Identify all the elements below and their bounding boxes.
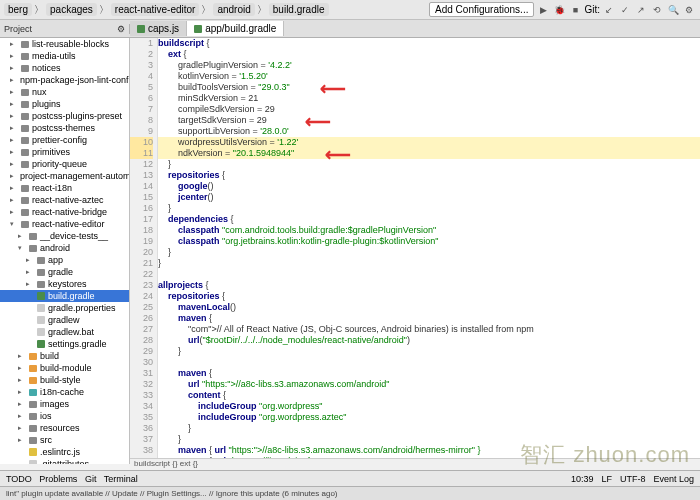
folder-icon bbox=[29, 245, 37, 252]
tree-item[interactable]: ▸src bbox=[0, 434, 129, 446]
stop-icon[interactable]: ■ bbox=[568, 3, 582, 17]
tree-item[interactable]: gradlew.bat bbox=[0, 326, 129, 338]
tree-label: src bbox=[40, 435, 52, 445]
status-bar: TODO Problems Git Terminal 10:39 LF UTF-… bbox=[0, 470, 700, 486]
crumb[interactable]: build.gradle bbox=[269, 3, 329, 16]
tree-item[interactable]: ▾react-native-editor bbox=[0, 218, 129, 230]
tree-item[interactable]: ▸postcss-themes bbox=[0, 122, 129, 134]
crumb[interactable]: packages bbox=[46, 3, 97, 16]
tree-item[interactable]: ▸i18n-cache bbox=[0, 386, 129, 398]
status-right: 10:39 LF UTF-8 Event Log bbox=[571, 474, 694, 484]
problems-tab[interactable]: Problems bbox=[39, 474, 77, 484]
tree-label: prettier-config bbox=[32, 135, 87, 145]
terminal-tab[interactable]: Terminal bbox=[104, 474, 138, 484]
folder-icon bbox=[21, 161, 29, 168]
tree-item[interactable]: ▸react-i18n bbox=[0, 182, 129, 194]
folder-icon bbox=[21, 89, 29, 96]
tree-item[interactable]: ▸gradle bbox=[0, 266, 129, 278]
todo-tab[interactable]: TODO bbox=[6, 474, 32, 484]
tree-label: gradlew.bat bbox=[48, 327, 94, 337]
tree-label: list-reusable-blocks bbox=[32, 39, 109, 49]
add-config-button[interactable]: Add Configurations... bbox=[429, 2, 534, 17]
file-icon bbox=[37, 304, 45, 312]
folder-icon bbox=[21, 137, 29, 144]
tree-label: app bbox=[48, 255, 63, 265]
tree-item[interactable]: build.gradle bbox=[0, 290, 129, 302]
tree-item[interactable]: ▸nux bbox=[0, 86, 129, 98]
tree-item[interactable]: ▸project-management-automat bbox=[0, 170, 129, 182]
tree-item[interactable]: settings.gradle bbox=[0, 338, 129, 350]
vcs-commit-icon[interactable]: ✓ bbox=[618, 3, 632, 17]
tree-item[interactable]: gradle.properties bbox=[0, 302, 129, 314]
tree-label: npm-package-json-lint-config bbox=[20, 75, 130, 85]
folder-icon bbox=[29, 233, 37, 240]
folder-icon bbox=[29, 401, 37, 408]
folder-icon bbox=[21, 125, 29, 132]
settings-icon[interactable]: ⚙ bbox=[682, 3, 696, 17]
tree-item[interactable]: ▸build-style bbox=[0, 374, 129, 386]
notification-bar[interactable]: lint" plugin update available // Update … bbox=[0, 486, 700, 500]
folder-icon bbox=[21, 197, 29, 204]
tree-label: images bbox=[40, 399, 69, 409]
breadcrumb: berg〉 packages〉 react-native-editor〉 and… bbox=[4, 3, 429, 17]
code-editor[interactable]: 1234567891011121314151617181920212223242… bbox=[130, 38, 700, 464]
tree-item[interactable]: ▸prettier-config bbox=[0, 134, 129, 146]
tree-item[interactable]: ▸react-native-aztec bbox=[0, 194, 129, 206]
tree-item[interactable]: ▸list-reusable-blocks bbox=[0, 38, 129, 50]
tree-label: media-utils bbox=[32, 51, 76, 61]
tree-label: android bbox=[40, 243, 70, 253]
tree-item[interactable]: .eslintrc.js bbox=[0, 446, 129, 458]
run-icon[interactable]: ▶ bbox=[536, 3, 550, 17]
project-label: Project bbox=[4, 24, 32, 34]
tree-item[interactable]: ▸plugins bbox=[0, 98, 129, 110]
git-tab[interactable]: Git bbox=[85, 474, 97, 484]
tool-tabs: TODO Problems Git Terminal bbox=[6, 474, 138, 484]
tree-item[interactable]: ▸keystores bbox=[0, 278, 129, 290]
event-log[interactable]: Event Log bbox=[653, 474, 694, 484]
tree-item[interactable]: ▸build bbox=[0, 350, 129, 362]
vcs-history-icon[interactable]: ⟲ bbox=[650, 3, 664, 17]
folder-icon bbox=[29, 437, 37, 444]
folder-icon bbox=[29, 365, 37, 372]
file-icon bbox=[37, 340, 45, 348]
tree-item[interactable]: ▸postcss-plugins-preset bbox=[0, 110, 129, 122]
tree-item[interactable]: ▸notices bbox=[0, 62, 129, 74]
file-encoding[interactable]: UTF-8 bbox=[620, 474, 646, 484]
vcs-push-icon[interactable]: ↗ bbox=[634, 3, 648, 17]
line-sep[interactable]: LF bbox=[601, 474, 612, 484]
vcs-update-icon[interactable]: ↙ bbox=[602, 3, 616, 17]
tree-item[interactable]: gradlew bbox=[0, 314, 129, 326]
tree-item[interactable]: .gitattributes bbox=[0, 458, 129, 464]
tree-item[interactable]: ▸images bbox=[0, 398, 129, 410]
project-tree[interactable]: ▸list-reusable-blocks▸media-utils▸notice… bbox=[0, 38, 130, 464]
tree-item[interactable]: ▸priority-queue bbox=[0, 158, 129, 170]
crumb[interactable]: react-native-editor bbox=[111, 3, 200, 16]
tree-item[interactable]: ▸npm-package-json-lint-config bbox=[0, 74, 129, 86]
debug-icon[interactable]: 🐞 bbox=[552, 3, 566, 17]
gear-icon[interactable]: ⚙ bbox=[117, 24, 125, 34]
tree-item[interactable]: ▸resources bbox=[0, 422, 129, 434]
tree-item[interactable]: ▸media-utils bbox=[0, 50, 129, 62]
editor-breadcrumb[interactable]: buildscript {} ext {} bbox=[130, 458, 700, 470]
tree-item[interactable]: ▸ios bbox=[0, 410, 129, 422]
tree-label: ios bbox=[40, 411, 52, 421]
folder-icon bbox=[21, 185, 29, 192]
folder-icon bbox=[29, 413, 37, 420]
tab-caps-js[interactable]: caps.js bbox=[130, 21, 187, 36]
tab-build-gradle[interactable]: app/build.gradle bbox=[187, 21, 284, 36]
tree-label: notices bbox=[32, 63, 61, 73]
tree-item[interactable]: ▸primitives bbox=[0, 146, 129, 158]
tree-label: __device-tests__ bbox=[40, 231, 108, 241]
tree-item[interactable]: ▸app bbox=[0, 254, 129, 266]
crumb[interactable]: android bbox=[213, 3, 254, 16]
tree-item[interactable]: ▸build-module bbox=[0, 362, 129, 374]
folder-icon bbox=[21, 149, 29, 156]
crumb[interactable]: berg bbox=[4, 3, 32, 16]
tree-item[interactable]: ▾android bbox=[0, 242, 129, 254]
code-area[interactable]: buildscript { ext { gradlePluginVersion … bbox=[158, 38, 700, 464]
project-tool-header[interactable]: Project ⚙ bbox=[0, 24, 130, 34]
tree-item[interactable]: ▸react-native-bridge bbox=[0, 206, 129, 218]
tree-item[interactable]: ▸__device-tests__ bbox=[0, 230, 129, 242]
tab-label: app/build.gradle bbox=[205, 23, 276, 34]
search-icon[interactable]: 🔍 bbox=[666, 3, 680, 17]
